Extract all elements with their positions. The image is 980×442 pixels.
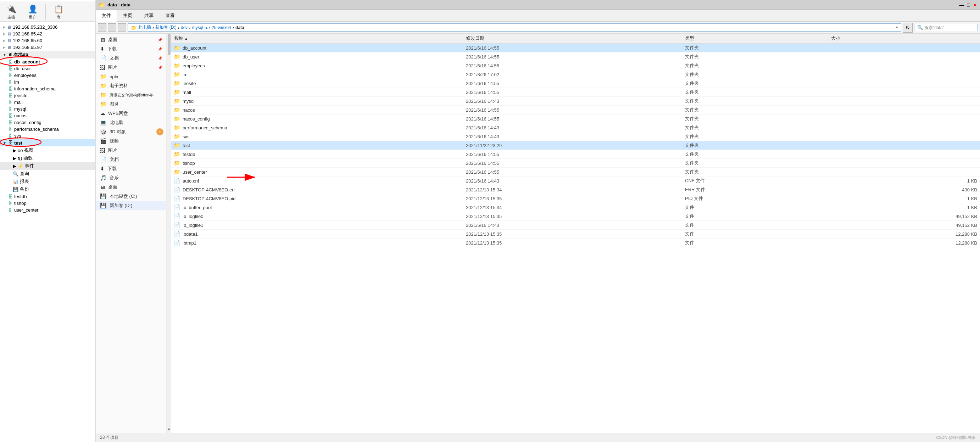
conn-3[interactable]: ▶ 🖥 192.168.65.60 (0, 37, 95, 44)
local-db-icon: 🖥 (8, 52, 12, 57)
test-backup[interactable]: 💾 备份 (0, 185, 95, 193)
qa-documents[interactable]: 📄 文档 📌 (96, 54, 166, 63)
qa-video[interactable]: 🎬 视频 (96, 137, 166, 146)
col-type[interactable]: 类型 (685, 35, 831, 41)
file-row[interactable]: 📁 employees 2021/6/16 14:55 文件夹 (171, 61, 980, 70)
file-row[interactable]: 📄 ib_logfile0 2021/12/13 15:35 文件 49,152… (171, 212, 980, 221)
qa-tuling[interactable]: 📁 图灵 (96, 100, 166, 109)
qa-doc2[interactable]: 📄 文档 (96, 155, 166, 164)
file-row[interactable]: 📁 nacos 2021/6/16 14:55 文件夹 (171, 106, 980, 114)
qa-desktop2[interactable]: 🖥 桌面 (96, 183, 166, 192)
file-row[interactable]: 📁 jeesite 2021/6/16 14:55 文件夹 (171, 79, 980, 88)
minimize-button[interactable]: — (959, 2, 964, 8)
qa-wps[interactable]: ☁ WPS网盘 (96, 109, 166, 118)
db-user[interactable]: 🗄 db_user (0, 65, 95, 72)
db-im[interactable]: 🗄 im (0, 79, 95, 86)
qa-desktop2-label: 桌面 (108, 184, 117, 190)
conn-4[interactable]: ▶ 🖥 192.168.65.97 (0, 44, 95, 51)
file-row[interactable]: 📁 testdb 2021/6/16 14:55 文件夹 (171, 150, 980, 159)
db-user-center-sidebar[interactable]: 🗄 user_center (0, 207, 95, 213)
file-row[interactable]: 📁 db_account 2021/6/16 14:55 文件夹 (171, 44, 980, 52)
qa-d-drive[interactable]: 💾 新加卷 (D:) (96, 201, 166, 210)
up-button[interactable]: ↑ (118, 24, 126, 32)
db-performance-schema[interactable]: 🗄 performance_schema (0, 126, 95, 133)
col-date[interactable]: 修改日期 (466, 35, 685, 41)
file-row[interactable]: 📁 mall 2021/6/16 14:55 文件夹 (171, 88, 980, 97)
qa-tencent[interactable]: 📁 腾讯云交付架构师offer-年 (96, 91, 166, 100)
qa-ezdoc[interactable]: 📁 电子资料 (96, 81, 166, 91)
file-icon: 📄 (174, 204, 180, 211)
db-employees[interactable]: 🗄 employees (0, 72, 95, 79)
qa-pic2[interactable]: 🖼 图片 (96, 146, 166, 155)
forward-button[interactable]: → (108, 24, 116, 32)
file-row[interactable]: 📁 mysql 2021/6/16 14:43 文件夹 (171, 97, 980, 106)
test-views[interactable]: ▶ oo 视图 (0, 146, 95, 154)
db-mysql[interactable]: 🗄 mysql (0, 106, 95, 112)
qa-computer[interactable]: 💻 此电脑 (96, 118, 166, 127)
qa-dl2[interactable]: ⬇ 下载 (96, 164, 166, 173)
tab-file[interactable]: 文件 (96, 10, 117, 22)
file-row[interactable]: 📄 DESKTOP-4CMV8EO.pid 2021/12/13 15:35 P… (171, 194, 980, 203)
user-button[interactable]: 👤 用户 (23, 3, 43, 21)
file-row[interactable]: 📄 ib_logfile1 2021/6/16 14:43 文件 49,152 … (171, 221, 980, 230)
addr-dropdown-arrow[interactable]: ▾ (896, 25, 898, 30)
close-button[interactable]: ✕ (973, 2, 977, 8)
connect-button[interactable]: 🔌 连接 (2, 3, 21, 21)
back-button[interactable]: ← (98, 24, 107, 32)
db-account[interactable]: 🗄 db_account (0, 59, 95, 65)
conn-1[interactable]: ▶ 🖥 192.168.65.232_3306 (0, 24, 95, 30)
tab-view[interactable]: 查看 (159, 10, 181, 21)
db-mall[interactable]: 🗄 mall (0, 99, 95, 106)
search-input[interactable] (924, 25, 970, 30)
tab-home[interactable]: 主页 (117, 10, 138, 21)
db-information-schema[interactable]: 🗄 information_schema (0, 86, 95, 92)
file-row[interactable]: 📁 db_user 2021/6/16 14:55 文件夹 (171, 52, 980, 61)
db-tlshop[interactable]: 🗄 tlshop (0, 200, 95, 207)
file-icon: 📄 (174, 186, 180, 193)
file-row[interactable]: 📁 im 2021/8/26 17:02 文件夹 (171, 70, 980, 79)
db-nacos[interactable]: 🗄 nacos (0, 112, 95, 119)
file-date-cell: 2021/6/16 14:55 (466, 161, 685, 166)
db-jeesite[interactable]: 🗄 jeesite (0, 92, 95, 99)
maximize-button[interactable]: □ (967, 2, 970, 8)
qa-3d[interactable]: 🎲 3D 对象 + (96, 127, 166, 137)
file-area: 🖥 桌面 📌 ⬇ 下载 📌 📄 文档 📌 (96, 34, 980, 433)
db-testdb[interactable]: 🗄 testdb (0, 193, 95, 200)
file-row[interactable]: 📁 sys 2021/6/16 14:43 文件夹 (171, 132, 980, 141)
file-name-cell: 📄 ib_logfile0 (174, 213, 466, 219)
qa-scroll-arrow-down[interactable]: ▼ (167, 428, 171, 431)
table-button[interactable]: 📋 表 (49, 3, 68, 21)
test-db-header[interactable]: ▼ 🗄 test (0, 139, 95, 146)
col-name[interactable]: 名称 ▲ (174, 35, 466, 41)
qa-pictures[interactable]: 🖼 图片 📌 (96, 63, 166, 72)
qa-c-drive[interactable]: 💾 本地磁盘 (C:) (96, 192, 166, 201)
db-sys[interactable]: 🗄 sys (0, 133, 95, 139)
file-name-text: tlshop (183, 161, 195, 166)
conn-2[interactable]: ▶ 🖥 192.168.65.42 (0, 30, 95, 37)
test-reports[interactable]: 📊 报表 (0, 178, 95, 185)
qa-music[interactable]: 🎵 音乐 (96, 173, 166, 183)
col-size[interactable]: 大小 (831, 35, 977, 41)
qa-scrollbar[interactable]: ▼ (167, 34, 171, 433)
file-row[interactable]: 📁 performance_schema 2021/6/16 14:43 文件夹 (171, 123, 980, 132)
qa-desktop[interactable]: 🖥 桌面 📌 (96, 35, 166, 44)
tab-share[interactable]: 共享 (138, 10, 159, 21)
test-queries[interactable]: 🔍 查询 (0, 170, 95, 178)
file-row[interactable]: 📄 ib_buffer_pool 2021/12/13 15:34 文件 1 K… (171, 203, 980, 212)
file-row[interactable]: 📁 test 2021/11/22 23:29 文件夹 (171, 141, 980, 150)
db-nacos-config[interactable]: 🗄 nacos_config (0, 119, 95, 126)
file-row[interactable]: 📄 DESKTOP-4CMV8EO.err 2021/12/13 15:34 E… (171, 185, 980, 194)
qa-scroll-thumb[interactable] (168, 34, 170, 55)
file-row[interactable]: 📄 ibtmp1 2021/12/13 15:35 文件 12,288 KB (171, 238, 980, 247)
file-row[interactable]: 📁 nacos_config 2021/6/16 14:55 文件夹 (171, 114, 980, 123)
qa-pptx[interactable]: 📁 pptx (96, 72, 166, 81)
refresh-button[interactable]: ↻ (903, 23, 913, 33)
test-functions[interactable]: ▶ f() 函数 (0, 154, 95, 162)
local-db-header[interactable]: ▼ 🖥 本地db (0, 51, 95, 59)
file-row[interactable]: 📁 tlshop 2021/6/16 14:55 文件夹 (171, 159, 980, 168)
file-row[interactable]: 📁 user_center 2021/6/16 14:55 文件夹 (171, 168, 980, 176)
file-row[interactable]: 📄 ibdata1 2021/12/13 15:35 文件 12,288 KB (171, 230, 980, 238)
file-row[interactable]: 📄 auto.cnf 2021/6/16 14:43 CNF 文件 1 KB (171, 176, 980, 185)
test-events[interactable]: ▶ ⚡ 事件 (0, 162, 95, 170)
qa-download[interactable]: ⬇ 下载 📌 (96, 44, 166, 54)
